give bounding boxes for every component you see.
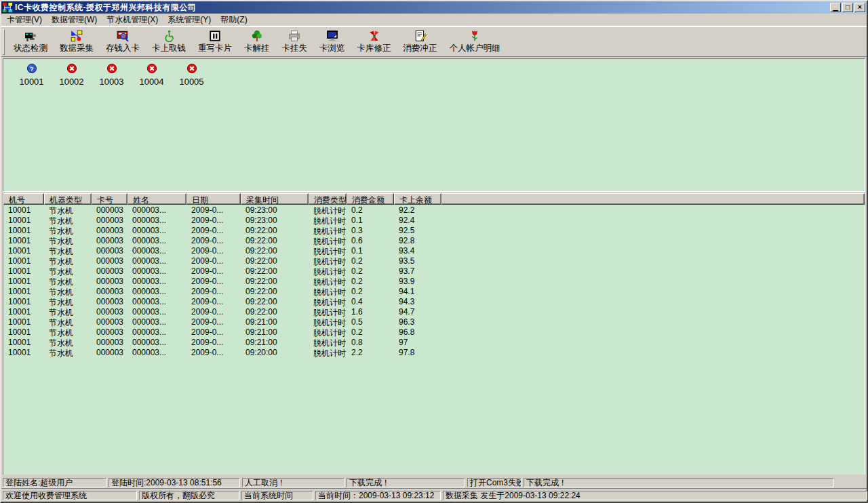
table-row[interactable]: 10001节水机000003000003...2009-0...09:22:00… bbox=[3, 296, 865, 306]
table-cell: 10001 bbox=[3, 235, 44, 245]
table-row[interactable]: 10001节水机000003000003...2009-0...09:21:00… bbox=[3, 327, 865, 337]
window-bottom-edge bbox=[1, 501, 867, 502]
table-cell: 脱机计时 bbox=[309, 256, 347, 266]
column-header[interactable]: 消费金额 bbox=[347, 193, 394, 205]
table-cell: 09:22:00 bbox=[241, 266, 309, 276]
minimize-button[interactable]: ▁ bbox=[830, 3, 841, 12]
close-button[interactable]: × bbox=[854, 3, 865, 12]
table-row[interactable]: 10001节水机000003000003...2009-0...09:22:00… bbox=[3, 245, 865, 256]
table-row[interactable]: 10001节水机000003000003...2009-0...09:22:00… bbox=[3, 256, 865, 266]
table-cell: 节水机 bbox=[44, 347, 92, 357]
title-bar[interactable]: IC卡收费控制系统-授权于郑州兴邦科技有限公司 ▁ □ × bbox=[1, 1, 867, 14]
table-row[interactable]: 10001节水机000003000003...2009-0...09:22:00… bbox=[3, 276, 865, 286]
table-cell: 000003 bbox=[92, 317, 127, 327]
table-row[interactable]: 10001节水机000003000003...2009-0...09:23:00… bbox=[3, 205, 865, 215]
toolbar-button-10[interactable]: 消费冲正 bbox=[397, 28, 443, 56]
toolbar-button-7[interactable]: 卡挂失 bbox=[276, 28, 314, 56]
table-cell: 09:22:00 bbox=[241, 225, 309, 235]
column-header[interactable]: 采集时间 bbox=[241, 193, 309, 205]
table-row[interactable]: 10001节水机000003000003...2009-0...09:22:00… bbox=[3, 235, 865, 245]
menu-item[interactable]: 节水机管理(X) bbox=[102, 13, 163, 27]
toolbar-button-label: 卡挂失 bbox=[282, 43, 308, 54]
column-header[interactable]: 日期 bbox=[186, 193, 241, 205]
device-id-label: 10004 bbox=[139, 77, 163, 87]
toolbar-button-8[interactable]: 卡浏览 bbox=[313, 28, 351, 56]
toolbar: 状态检测数据采集存钱入卡卡上取钱重写卡片卡解挂卡挂失卡浏览卡库修正消费冲正个人帐… bbox=[1, 26, 867, 57]
svg-text:?: ? bbox=[30, 65, 34, 73]
table-cell: 000003... bbox=[127, 306, 186, 317]
table-cell: 000003... bbox=[127, 327, 186, 337]
toolbar-button-11[interactable]: 个人帐户明细 bbox=[443, 28, 507, 56]
table-cell: 09:22:00 bbox=[241, 235, 309, 245]
device-item[interactable]: 10003 bbox=[92, 63, 132, 87]
table-cell: 脱机计时 bbox=[309, 286, 347, 296]
status-bar-bottom: 欢迎使用收费管理系统版权所有，翻版必究当前系统时间当前时间：2009-03-13… bbox=[1, 488, 867, 501]
table-cell: 10001 bbox=[3, 205, 44, 215]
column-header[interactable]: 卡上余额 bbox=[394, 193, 441, 205]
menu-item[interactable]: 数据管理(W) bbox=[47, 13, 102, 27]
toolbar-button-1[interactable]: 状态检测 bbox=[7, 28, 54, 56]
table-row[interactable]: 10001节水机000003000003...2009-0...09:22:00… bbox=[3, 306, 865, 317]
table-row[interactable]: 10001节水机000003000003...2009-0...09:22:00… bbox=[3, 225, 865, 235]
toolbar-button-2[interactable]: 数据采集 bbox=[54, 28, 100, 56]
table-row[interactable]: 10001节水机000003000003...2009-0...09:20:00… bbox=[3, 347, 865, 357]
table-cell: 000003 bbox=[92, 296, 127, 306]
table-cell: 000003... bbox=[127, 286, 186, 296]
table-row[interactable]: 10001节水机000003000003...2009-0...09:23:00… bbox=[3, 215, 865, 225]
column-header[interactable]: 机器类型 bbox=[44, 193, 92, 205]
table-cell: 2009-0... bbox=[186, 347, 241, 357]
table-cell: 10001 bbox=[3, 276, 44, 286]
menu-item[interactable]: 帮助(Z) bbox=[216, 13, 252, 27]
table-cell: 09:20:00 bbox=[241, 347, 309, 357]
table-cell: 97 bbox=[394, 337, 441, 347]
toolbar-button-4[interactable]: 卡上取钱 bbox=[146, 28, 192, 56]
table-cell: 脱机计时 bbox=[309, 337, 347, 347]
table-cell: 000003... bbox=[127, 276, 186, 286]
table-cell: 2009-0... bbox=[186, 256, 241, 266]
table-cell: 脱机计时 bbox=[309, 245, 347, 256]
table-cell: 1.6 bbox=[347, 306, 394, 317]
device-status-panel: ?1000110002100031000410005 bbox=[3, 58, 865, 192]
table-cell: 000003... bbox=[127, 347, 186, 357]
toolbar-grip-handle[interactable] bbox=[3, 29, 5, 55]
table-cell: 000003... bbox=[127, 245, 186, 256]
table-cell: 2009-0... bbox=[186, 317, 241, 327]
column-header[interactable]: 姓名 bbox=[127, 193, 186, 205]
restore-button[interactable]: □ bbox=[842, 3, 853, 12]
error-icon bbox=[106, 63, 117, 74]
table-cell: 2009-0... bbox=[186, 245, 241, 256]
device-item[interactable]: 10004 bbox=[132, 63, 172, 87]
status-segment: 登陆姓名:超级用户 bbox=[3, 478, 106, 487]
card-magnifier-icon bbox=[117, 30, 129, 42]
table-row[interactable]: 10001节水机000003000003...2009-0...09:22:00… bbox=[3, 286, 865, 296]
menu-item[interactable]: 卡管理(V) bbox=[2, 13, 47, 27]
table-row[interactable]: 10001节水机000003000003...2009-0...09:21:00… bbox=[3, 317, 865, 327]
column-header[interactable]: 卡号 bbox=[92, 193, 127, 205]
column-header[interactable]: 机号 bbox=[3, 193, 44, 205]
status-bar-top: 登陆姓名:超级用户登陆时间:2009-03-13 08:51:56人工取消！下载… bbox=[1, 477, 867, 488]
table-cell: 脱机计时 bbox=[309, 266, 347, 276]
table-cell: 脱机计时 bbox=[309, 205, 347, 215]
table-cell: 09:21:00 bbox=[241, 317, 309, 327]
toolbar-button-9[interactable]: 卡库修正 bbox=[351, 28, 397, 56]
table-cell: 节水机 bbox=[44, 286, 92, 296]
toolbar-button-5[interactable]: 重写卡片 bbox=[192, 28, 238, 56]
table-cell: 09:23:00 bbox=[241, 205, 309, 215]
toolbar-button-label: 状态检测 bbox=[14, 43, 47, 54]
table-cell: 000003 bbox=[92, 205, 127, 215]
toolbar-button-3[interactable]: 存钱入卡 bbox=[100, 28, 146, 56]
column-header[interactable]: 消费类型 bbox=[309, 193, 347, 205]
table-row[interactable]: 10001节水机000003000003...2009-0...09:21:00… bbox=[3, 337, 865, 347]
table-cell: 09:21:00 bbox=[241, 337, 309, 347]
table-row[interactable]: 10001节水机000003000003...2009-0...09:22:00… bbox=[3, 266, 865, 276]
table-cell: 0.1 bbox=[347, 245, 394, 256]
toolbar-button-6[interactable]: 卡解挂 bbox=[238, 28, 276, 56]
red-flower-icon bbox=[368, 30, 380, 42]
device-item[interactable]: ?10001 bbox=[12, 63, 52, 87]
status-segment: 登陆时间:2009-03-13 08:51:56 bbox=[108, 478, 240, 487]
table-cell: 000003 bbox=[92, 235, 127, 245]
device-item[interactable]: 10005 bbox=[172, 63, 212, 87]
menu-item[interactable]: 系统管理(Y) bbox=[163, 13, 216, 27]
table-cell: 93.5 bbox=[394, 256, 441, 266]
device-item[interactable]: 10002 bbox=[52, 63, 92, 87]
